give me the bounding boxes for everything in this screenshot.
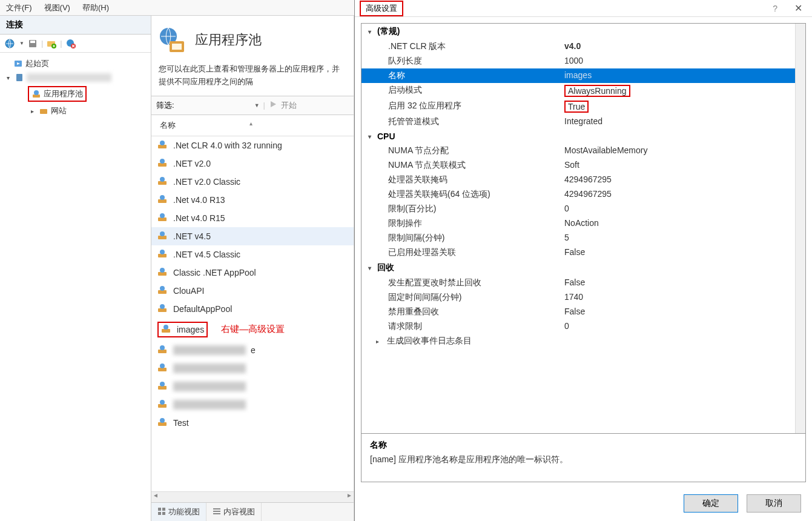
group-cpu[interactable]: ▾CPU bbox=[361, 129, 795, 144]
pool-item[interactable]: .NET v4.5 bbox=[151, 227, 354, 245]
pool-item[interactable]: ClouAPI bbox=[151, 282, 354, 300]
prop-label: 托管管道模式 bbox=[361, 116, 564, 127]
prop-recycle-cfg[interactable]: 发生配置更改时禁止回收False bbox=[361, 276, 795, 290]
prop-value: AlwaysRunning bbox=[564, 85, 630, 97]
pool-item[interactable]: Classic .NET AppPool bbox=[151, 264, 354, 282]
menu-file[interactable]: 文件(F) bbox=[6, 2, 32, 13]
group-recycle[interactable]: ▾回收 bbox=[361, 260, 795, 276]
svg-rect-51 bbox=[213, 508, 220, 509]
prop-start-mode[interactable]: 启动模式AlwaysRunning bbox=[361, 83, 795, 99]
globe-icon[interactable] bbox=[4, 38, 16, 50]
pool-item-blurred[interactable]: e bbox=[151, 341, 354, 359]
folder-add-icon[interactable] bbox=[45, 38, 58, 50]
vertical-scrollbar[interactable] bbox=[795, 24, 805, 433]
pool-item[interactable]: DefaultAppPool bbox=[151, 300, 354, 318]
prop-affinity-mask64[interactable]: 处理器关联掩码(64 位选项)4294967295 bbox=[361, 187, 795, 202]
tab-feature-view[interactable]: 功能视图 bbox=[151, 503, 206, 521]
prop-limit-interval[interactable]: 限制间隔(分钟)5 bbox=[361, 231, 795, 245]
svg-point-30 bbox=[160, 268, 165, 273]
close-icon[interactable]: ✕ bbox=[790, 2, 807, 14]
pool-icon bbox=[157, 345, 168, 356]
tab-content-view[interactable]: 内容视图 bbox=[206, 503, 262, 521]
pool-item-blurred[interactable] bbox=[151, 396, 354, 414]
cancel-button[interactable]: 取消 bbox=[747, 494, 801, 513]
prop-name[interactable]: 名称images bbox=[361, 68, 795, 83]
pool-item[interactable]: .NET v2.0 bbox=[151, 154, 354, 173]
help-icon[interactable]: ? bbox=[773, 4, 777, 13]
prop-numa-alloc[interactable]: NUMA 节点分配MostAvailableMemory bbox=[361, 144, 795, 158]
start-label[interactable]: 开始 bbox=[281, 100, 297, 111]
pool-name: .Net v4.0 R13 bbox=[173, 195, 225, 205]
dropdown-arrow-icon[interactable]: ▼ bbox=[19, 41, 24, 46]
tree-app-pools-label: 应用程序池 bbox=[44, 88, 83, 99]
menu-help[interactable]: 帮助(H) bbox=[82, 2, 109, 13]
expand-icon[interactable]: ▸ bbox=[28, 107, 36, 115]
property-grid-scroll[interactable]: ▾(常规) .NET CLR 版本v4.0 队列长度1000 名称images … bbox=[361, 24, 795, 433]
pool-item[interactable]: .Net v4.0 R15 bbox=[151, 209, 354, 227]
prop-net-clr[interactable]: .NET CLR 版本v4.0 bbox=[361, 39, 795, 54]
pool-icon bbox=[157, 399, 168, 410]
tree-server[interactable]: ▾ bbox=[1, 71, 150, 84]
annotation-text: 右键—高级设置 bbox=[221, 324, 285, 335]
prop-queue-length[interactable]: 队列长度1000 bbox=[361, 54, 795, 68]
ok-button[interactable]: 确定 bbox=[684, 494, 738, 513]
prop-enable-32bit[interactable]: 启用 32 位应用程序True bbox=[361, 99, 795, 114]
svg-rect-14 bbox=[172, 44, 182, 50]
pool-item[interactable]: .Net CLR 4.0 with 32 running bbox=[151, 136, 354, 154]
horizontal-scrollbar[interactable] bbox=[151, 491, 354, 502]
start-icon[interactable] bbox=[269, 100, 277, 110]
tree-sites[interactable]: ▸ 网站 bbox=[1, 104, 150, 118]
tree-app-pools[interactable]: 应用程序池 bbox=[1, 84, 150, 104]
svg-point-26 bbox=[160, 231, 165, 236]
svg-point-20 bbox=[160, 177, 165, 182]
pool-item[interactable]: .NET v2.0 Classic bbox=[151, 173, 354, 191]
chevron-down-icon[interactable]: ▾ bbox=[365, 28, 374, 35]
server-name-blurred bbox=[27, 73, 111, 82]
prop-label: 限制(百分比) bbox=[361, 204, 564, 214]
pool-item[interactable]: .Net v4.0 R13 bbox=[151, 191, 354, 209]
chevron-down-icon[interactable]: ▾ bbox=[365, 133, 374, 140]
dialog-titlebar: 高级设置 ? ✕ bbox=[355, 0, 812, 17]
prop-recycle-time[interactable]: 固定时间间隔(分钟)1740 bbox=[361, 290, 795, 305]
prop-limit-action[interactable]: 限制操作NoAction bbox=[361, 216, 795, 231]
pool-suffix: e bbox=[251, 345, 256, 355]
separator: | bbox=[60, 39, 62, 48]
prop-value: images bbox=[564, 70, 795, 81]
pool-name-blurred bbox=[173, 363, 246, 373]
pool-item-images[interactable]: images 右键—高级设置 bbox=[151, 318, 354, 341]
prop-value: Soft bbox=[564, 160, 795, 171]
pool-item[interactable]: .NET v4.5 Classic bbox=[151, 245, 354, 264]
group-cpu-label: CPU bbox=[377, 131, 395, 141]
prop-numa-affinity[interactable]: NUMA 节点关联模式Soft bbox=[361, 158, 795, 173]
pool-icon bbox=[157, 176, 168, 187]
prop-recycle-overlap[interactable]: 禁用重叠回收False bbox=[361, 305, 795, 319]
prop-label: 名称 bbox=[361, 70, 564, 81]
pool-item-blurred[interactable] bbox=[151, 377, 354, 396]
prop-value: False bbox=[564, 277, 795, 288]
tab-content-label: 内容视图 bbox=[223, 506, 255, 517]
globe-remove-icon[interactable] bbox=[65, 38, 77, 50]
list-header-name[interactable]: 名称 bbox=[151, 115, 354, 136]
prop-pipeline[interactable]: 托管管道模式Integrated bbox=[361, 114, 795, 129]
pool-item[interactable]: Test bbox=[151, 414, 354, 432]
save-icon[interactable] bbox=[27, 38, 39, 50]
pool-icon bbox=[157, 213, 168, 224]
prop-value: 4294967295 bbox=[564, 189, 795, 200]
filter-input[interactable] bbox=[178, 101, 251, 110]
pool-icon bbox=[157, 140, 168, 151]
tree-start-page[interactable]: 起始页 bbox=[1, 56, 150, 71]
filter-dropdown-icon[interactable]: ▼ bbox=[254, 102, 260, 108]
pool-item-blurred[interactable] bbox=[151, 359, 354, 377]
prop-label: NUMA 节点关联模式 bbox=[361, 160, 564, 171]
menu-view[interactable]: 视图(V) bbox=[44, 2, 70, 13]
prop-value: 1740 bbox=[564, 292, 795, 303]
prop-recycle-requests[interactable]: 请求限制0 bbox=[361, 319, 795, 334]
prop-recycle-events[interactable]: ▸生成回收事件日志条目 bbox=[361, 334, 795, 348]
prop-affinity-enabled[interactable]: 已启用处理器关联False bbox=[361, 245, 795, 260]
prop-affinity-mask[interactable]: 处理器关联掩码4294967295 bbox=[361, 173, 795, 187]
prop-limit-pct[interactable]: 限制(百分比)0 bbox=[361, 202, 795, 216]
group-general[interactable]: ▾(常规) bbox=[361, 24, 795, 39]
chevron-right-icon[interactable]: ▸ bbox=[376, 338, 385, 345]
expand-icon[interactable]: ▾ bbox=[4, 73, 12, 82]
chevron-down-icon[interactable]: ▾ bbox=[365, 265, 374, 271]
